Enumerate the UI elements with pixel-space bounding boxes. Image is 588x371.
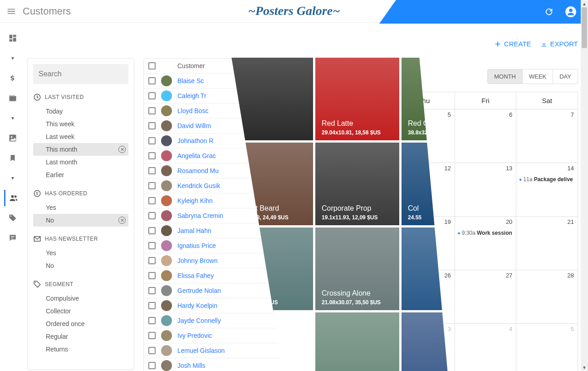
export-button[interactable]: EXPORT	[540, 40, 578, 48]
row-checkbox[interactable]	[148, 287, 156, 294]
customer-name[interactable]: Jayde Connelly	[177, 317, 221, 324]
nav-chevron-3[interactable]: ▾	[5, 170, 21, 186]
view-tab-month[interactable]: MONTH	[488, 69, 522, 84]
customer-name[interactable]: Lloyd Bosc	[177, 107, 208, 114]
row-checkbox[interactable]	[148, 302, 156, 309]
customer-name[interactable]: Ignatius Price	[177, 242, 216, 249]
row-checkbox[interactable]	[148, 272, 156, 279]
calendar-day[interactable]: 21	[516, 217, 578, 270]
filter-item[interactable]: Collector	[33, 305, 128, 317]
scroll-down-arrow[interactable]: ▼	[581, 364, 588, 371]
filter-item[interactable]: Last week	[33, 130, 128, 143]
scroll-thumb[interactable]	[582, 7, 587, 48]
calendar-day[interactable]: 14• 11a Package delive	[516, 163, 578, 216]
filter-item[interactable]: Earlier	[33, 168, 128, 181]
customer-name[interactable]: David Willm	[177, 122, 211, 129]
customer-name[interactable]: Johnny Brown	[177, 257, 218, 264]
row-checkbox[interactable]	[148, 152, 156, 159]
row-checkbox[interactable]	[148, 362, 156, 369]
account-button[interactable]	[564, 5, 577, 18]
filter-item[interactable]: This month✕	[33, 143, 128, 156]
nav-sales[interactable]	[5, 70, 21, 86]
nav-chevron-2[interactable]: ▾	[5, 110, 21, 126]
view-tab-week[interactable]: WEEK	[522, 69, 553, 84]
row-checkbox[interactable]	[148, 77, 156, 84]
nav-chevron-1[interactable]: ▾	[5, 50, 21, 66]
filter-item[interactable]: Regular	[33, 330, 128, 343]
calendar-day[interactable]: 4	[455, 324, 516, 371]
row-checkbox[interactable]	[148, 317, 156, 324]
customer-name[interactable]: Lemuel Gislason	[177, 347, 225, 354]
calendar-day[interactable]: 20• 9:30a Work session	[455, 217, 516, 270]
nav-invoices[interactable]	[5, 90, 21, 106]
refresh-button[interactable]	[543, 5, 555, 18]
customer-name[interactable]: Blaise Sc	[177, 77, 204, 84]
customer-name[interactable]: Gertrude Nolan	[177, 287, 221, 294]
row-checkbox[interactable]	[148, 257, 156, 264]
calendar-day[interactable]: 28	[516, 270, 578, 323]
calendar-event[interactable]: • 9:30a Work session	[458, 229, 514, 237]
menu-button[interactable]	[0, 6, 23, 16]
product-tile[interactable]: Crossing Alone21.08x30.07, 35,50 $US	[315, 228, 399, 310]
customer-name[interactable]: Ivy Predovic	[177, 332, 212, 339]
calendar-day[interactable]: 7	[516, 109, 578, 163]
filter-item[interactable]: Ordered once	[33, 317, 128, 330]
customer-name[interactable]: Angelita Grac	[177, 152, 216, 159]
row-checkbox[interactable]	[148, 197, 156, 204]
calendar-day[interactable]: 5	[516, 324, 578, 371]
customer-name[interactable]: Rosamond Mu	[177, 167, 219, 174]
filter-item[interactable]: Yes	[33, 201, 128, 214]
nav-catalog[interactable]	[5, 130, 21, 146]
filter-item[interactable]: This week	[33, 118, 128, 130]
customer-name[interactable]: Kendrick Gusik	[177, 182, 220, 189]
select-all-checkbox[interactable]	[148, 62, 156, 69]
row-checkbox[interactable]	[148, 212, 156, 219]
calendar-day[interactable]: 13	[455, 163, 516, 216]
customer-name[interactable]: Kyleigh Kihn	[177, 197, 213, 204]
search-box[interactable]	[33, 64, 128, 84]
customer-name[interactable]: Hardy Koelpin	[177, 302, 217, 309]
row-checkbox[interactable]	[148, 182, 156, 189]
nav-dashboard[interactable]	[5, 30, 21, 46]
nav-reviews[interactable]	[5, 230, 21, 246]
row-checkbox[interactable]	[148, 92, 156, 99]
filter-item[interactable]: Compulsive	[33, 292, 128, 305]
row-checkbox[interactable]	[148, 107, 156, 114]
customer-name[interactable]: Josh Mills	[177, 362, 205, 369]
customer-name[interactable]: Johnathon R	[177, 137, 213, 144]
clear-filter-icon[interactable]: ✕	[118, 217, 126, 224]
calendar-event[interactable]: • 11a Package delive	[519, 176, 575, 184]
nav-segments[interactable]	[5, 210, 21, 226]
clear-filter-icon[interactable]: ✕	[118, 146, 126, 153]
filter-item[interactable]: No	[33, 259, 128, 272]
search-input[interactable]	[39, 70, 129, 78]
view-tab-day[interactable]: DAY	[553, 69, 578, 84]
customer-name[interactable]: Caleigh Tr	[177, 92, 206, 99]
nav-categories[interactable]	[5, 150, 21, 166]
row-checkbox[interactable]	[148, 332, 156, 339]
filter-item[interactable]: Last month	[33, 156, 128, 168]
scroll-up-arrow[interactable]: ▲	[581, 0, 588, 7]
row-checkbox[interactable]	[148, 167, 156, 174]
customer-name[interactable]: Elissa Fahey	[177, 272, 214, 279]
nav-customers[interactable]	[4, 190, 20, 206]
product-tile[interactable]: Corporate Prop19.1x11.93, 12,09 $US	[315, 143, 399, 225]
calendar-day[interactable]: 27	[455, 270, 516, 323]
filter-item[interactable]: Returns	[33, 343, 128, 356]
create-button[interactable]: CREATE	[494, 40, 531, 48]
calendar-day[interactable]: 6	[455, 109, 516, 163]
page-scrollbar[interactable]: ▲ ▼	[581, 0, 588, 371]
product-tile[interactable]: Old Combi	[315, 312, 399, 371]
col-customer[interactable]: Customer	[177, 62, 205, 69]
filter-item[interactable]: No✕	[33, 214, 128, 227]
row-checkbox[interactable]	[148, 137, 156, 144]
row-checkbox[interactable]	[148, 347, 156, 354]
product-tile[interactable]: Red Latte29.04x10.81, 18,58 $US	[315, 58, 399, 140]
row-checkbox[interactable]	[148, 242, 156, 249]
filter-item[interactable]: Yes	[33, 247, 128, 259]
row-checkbox[interactable]	[148, 227, 156, 234]
customer-name[interactable]: Sabryna Cremin	[177, 212, 223, 219]
row-checkbox[interactable]	[148, 122, 156, 129]
customer-name[interactable]: Jamal Hahn	[177, 227, 211, 234]
filter-item[interactable]: Today	[33, 105, 128, 118]
